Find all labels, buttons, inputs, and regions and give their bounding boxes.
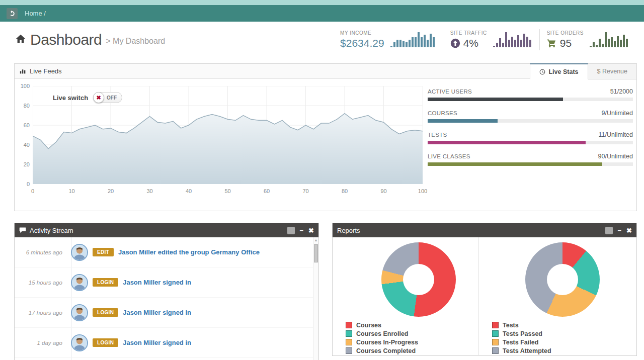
spark-bar	[599, 39, 601, 48]
activity-text-link[interactable]: Jason Miller edited the group Germany Of…	[118, 248, 260, 256]
stat-value: $2634.29	[340, 37, 384, 49]
activity-time: 6 minutes ago	[20, 249, 62, 255]
arrow-up-circle-icon	[450, 38, 460, 48]
x-tick-label: 50	[224, 188, 230, 194]
stat-site-orders: SITE ORDERS 95	[540, 30, 636, 49]
legend-swatch	[492, 330, 499, 337]
gauge-label: ACTIVE USERS	[428, 88, 472, 95]
breadcrumb[interactable]: Home /	[25, 10, 46, 17]
spark-bar	[623, 35, 625, 47]
spark-bar	[433, 37, 435, 47]
spark-bar	[626, 39, 628, 48]
legend-row: Courses	[346, 321, 478, 329]
cart-icon	[547, 38, 557, 48]
widget-drag-handle-button[interactable]	[605, 227, 613, 234]
stat-value: 95	[560, 37, 572, 49]
gauge-value: 11/Unlimited	[598, 131, 633, 138]
live-switch-toggle[interactable]: ✖ OFF	[93, 92, 122, 103]
spark-bar	[517, 35, 519, 47]
panel-title: Live Feeds	[30, 67, 62, 75]
avatar[interactable]	[71, 304, 88, 321]
spark-bar	[602, 44, 604, 48]
avatar[interactable]	[71, 244, 88, 261]
legend-row: Courses Completed	[346, 346, 478, 355]
gauge-value: 90/Unlimited	[598, 153, 633, 160]
stat-label: MY INCOME	[340, 30, 384, 36]
activity-time: 17 hours ago	[20, 310, 62, 316]
spark-bar	[412, 37, 414, 47]
reports-widget: Reports − ✖ Courses Courses Enrolled	[332, 223, 637, 356]
spark-bar	[399, 40, 401, 47]
activity-stream-header: Activity Stream − ✖	[15, 223, 318, 237]
x-tick-label: 60	[264, 188, 270, 194]
x-tick-label: 40	[186, 188, 192, 194]
activity-item: 17 hours ago LOGIN Jason Miller signed i…	[15, 298, 318, 328]
legend-label: Courses In-Progress	[356, 339, 418, 346]
gauge-active-users: ACTIVE USERS 51/2000	[428, 88, 633, 101]
tab-live-stats[interactable]: Live Stats	[530, 63, 588, 79]
progress-fill	[428, 141, 586, 144]
live-feeds-header: Live Feeds Live Stats $ Revenue	[15, 64, 636, 79]
tab-revenue[interactable]: $ Revenue	[588, 63, 637, 79]
activity-stream-widget: Activity Stream − ✖ 6 minutes ago EDIT J…	[14, 223, 319, 360]
y-axis-labels: 020406080100	[16, 86, 30, 184]
progress-fill	[428, 162, 602, 166]
spark-bar	[427, 40, 429, 47]
widget-title: Reports	[337, 227, 360, 234]
legend-row: Tests Attempted	[492, 346, 636, 355]
traffic-sparkline	[493, 32, 532, 47]
stat-my-income: MY INCOME $2634.29	[333, 30, 443, 49]
legend-label: Courses	[356, 322, 381, 329]
gauge-value: 51/2000	[610, 88, 633, 95]
legend-swatch	[346, 322, 352, 328]
gauge-label: TESTS	[428, 132, 447, 138]
x-tick-label: 20	[108, 188, 114, 194]
gauge-label: LIVE CLASSES	[428, 153, 470, 159]
widget-collapse-button[interactable]: −	[300, 227, 304, 234]
refresh-button[interactable]	[7, 8, 18, 19]
spark-bar	[430, 34, 432, 48]
activity-text-link[interactable]: Jason Miller signed in	[123, 279, 191, 286]
widget-close-button[interactable]: ✖	[626, 227, 632, 234]
orders-sparkline	[590, 32, 629, 47]
activity-item: 6 minutes ago EDIT Jason Miller edited t…	[15, 237, 318, 267]
tests-donut-chart	[525, 242, 600, 317]
avatar[interactable]	[71, 274, 88, 291]
scrollbar-thumb[interactable]	[314, 244, 318, 262]
widget-drag-handle-button[interactable]	[287, 227, 295, 234]
spark-bar	[526, 37, 528, 47]
spark-bar	[593, 42, 595, 47]
widget-close-button[interactable]: ✖	[308, 227, 314, 234]
spark-bar	[520, 40, 522, 47]
spark-bar	[605, 32, 607, 47]
legend-swatch	[346, 330, 352, 337]
live-switch: Live switch ✖ OFF	[53, 92, 122, 103]
activity-badge: LOGIN	[93, 338, 118, 347]
gauge-tests: TESTS 11/Unlimited	[428, 131, 633, 144]
widget-collapse-button[interactable]: −	[618, 227, 622, 234]
spark-bar	[403, 41, 405, 48]
live-switch-label: Live switch	[53, 94, 88, 102]
y-tick-label: 20	[24, 161, 30, 167]
page-title: Dashboard	[30, 31, 102, 48]
gauge-live-classes: LIVE CLASSES 90/Unlimited	[428, 153, 633, 166]
courses-report-column: Courses Courses Enrolled Courses In-Prog…	[333, 237, 479, 356]
avatar[interactable]	[71, 334, 88, 351]
legend-label: Courses Completed	[356, 347, 416, 354]
activity-time: 15 hours ago	[20, 280, 62, 286]
spark-bar	[590, 46, 592, 47]
spark-bar	[617, 36, 619, 48]
x-tick-label: 100	[418, 188, 427, 194]
spark-bar	[396, 40, 398, 47]
activity-scrollbar[interactable]: ▲	[313, 237, 318, 360]
stat-label: SITE ORDERS	[547, 30, 584, 36]
live-stats-gauges: ACTIVE USERS 51/2000 COURSES 9/Unlimited…	[428, 88, 633, 174]
activity-text-link[interactable]: Jason Miller signed in	[123, 309, 191, 316]
progress-track	[428, 162, 633, 166]
activity-time: 1 day ago	[20, 340, 62, 346]
scrollbar-up-arrow-icon: ▲	[313, 238, 318, 242]
activity-text-link[interactable]: Jason Miller signed in	[123, 339, 191, 346]
legend-row: Tests	[492, 321, 636, 329]
spark-bar	[393, 42, 395, 47]
live-switch-state: OFF	[107, 95, 117, 101]
